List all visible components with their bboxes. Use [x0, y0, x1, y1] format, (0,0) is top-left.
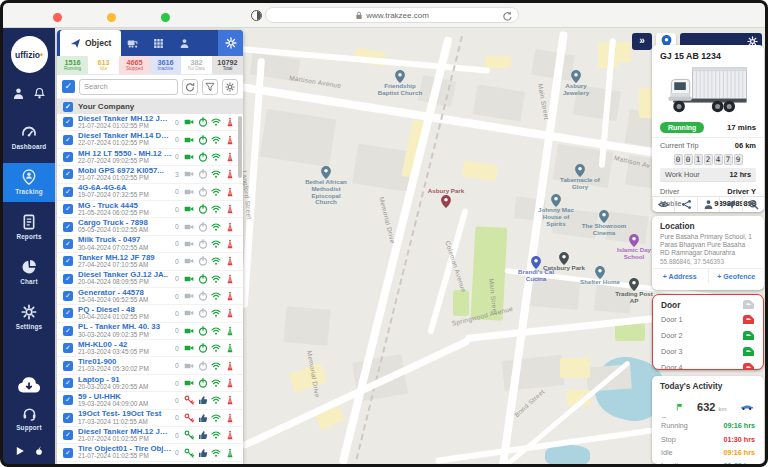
vehicle-checkbox[interactable]	[63, 239, 73, 249]
status-stat[interactable]: 3616 Inactive	[150, 56, 181, 74]
vehicle-checkbox[interactable]	[63, 204, 73, 214]
panel-settings-button[interactable]	[218, 30, 243, 56]
search-input[interactable]	[79, 79, 178, 95]
vehicle-row[interactable]: Mobi GPS 6972 KI057... 21-07-2024 01:02:…	[57, 166, 243, 183]
bell-icon[interactable]	[33, 87, 46, 100]
vehicle-alert-count: 0	[172, 223, 182, 230]
tab-label: Object	[85, 38, 111, 48]
vehicle-checkbox[interactable]	[63, 448, 73, 458]
vehicle-row[interactable]: 59 - UI-HHK 19-03-2024 04:09:00 AM 0	[57, 392, 243, 409]
vehicle-row[interactable]: IC4000 - IC4000 0	[57, 462, 243, 464]
activity-value: 01:30 hrs	[723, 461, 755, 464]
activity-label: Running	[661, 421, 688, 430]
play-store-icon[interactable]	[15, 446, 25, 456]
door-row: Door 1	[653, 311, 763, 327]
navigate-button[interactable]	[719, 197, 741, 212]
tab-object[interactable]: Object	[60, 30, 121, 56]
gear-icon	[225, 37, 237, 49]
tab-driver[interactable]	[173, 30, 199, 56]
collapse-panel-button[interactable]: »	[632, 33, 652, 50]
status-stat[interactable]: 613 Idle	[88, 56, 119, 74]
vehicle-checkbox[interactable]	[63, 308, 73, 318]
cloud-download-icon[interactable]	[17, 376, 41, 394]
vehicle-row[interactable]: MH 12 LT 5550 - MH.12 JF 7... 22-07-2024…	[57, 149, 243, 166]
list-settings-button[interactable]	[222, 79, 238, 95]
driver-button[interactable]	[697, 197, 719, 212]
filter-button[interactable]	[202, 79, 218, 95]
vehicle-checkbox[interactable]	[63, 187, 73, 197]
user-icon[interactable]	[12, 87, 25, 100]
sidebar-item-chart[interactable]: Chart	[3, 253, 55, 292]
window-close-button[interactable]	[53, 13, 62, 22]
status-stat[interactable]: 4665 Stopped	[119, 56, 150, 74]
map-canvas[interactable]: Mattison AvenueMattison AvMemorial Drive…	[55, 28, 765, 464]
view-button[interactable]	[652, 197, 674, 212]
vehicle-checkbox[interactable]	[63, 256, 73, 266]
select-all-checkbox[interactable]	[62, 80, 75, 93]
vehicle-checkbox[interactable]	[63, 274, 73, 284]
company-checkbox[interactable]	[63, 102, 73, 112]
vehicle-row[interactable]: PQ - Diesel - 48 10-04-2024 01:02:55 PM …	[57, 305, 243, 322]
tab-trailer[interactable]	[121, 30, 147, 56]
poi-label: Friendship Baptist Church	[377, 83, 423, 97]
vehicle-checkbox[interactable]	[63, 152, 73, 162]
vehicle-row[interactable]: 4G-6A-4G-6A 19-07-2024 07:32:55 PM 0	[57, 184, 243, 201]
zoom-to-location-button[interactable]	[742, 197, 764, 212]
vehicle-row[interactable]: Tire01-900 21-03-2024 05:30:02 PM 0	[57, 357, 243, 374]
company-group-row[interactable]: Your Company	[57, 99, 243, 114]
add-geofence-button[interactable]: + Geofence	[708, 269, 765, 283]
vehicle-row[interactable]: 19Oct Test- 19Oct Test 17-03-2024 11:02:…	[57, 410, 243, 427]
vehicle-row[interactable]: PL - Tanker MH. 40. 33 30-03-2024 09:02:…	[57, 323, 243, 340]
sidebar-item-settings[interactable]: Settings	[3, 298, 55, 337]
share-button[interactable]	[674, 197, 696, 212]
vehicle-row[interactable]: Tanker MH.12 JF 789 27-04-2024 07:10:55 …	[57, 253, 243, 270]
vehicle-checkbox[interactable]	[63, 378, 73, 388]
vehicle-row[interactable]: Diesel Tanker MH.14 DM... 22-07-2024 01:…	[57, 131, 243, 148]
window-minimize-button[interactable]	[107, 13, 116, 22]
odometer-digit: 9	[734, 154, 743, 165]
status-stat[interactable]: 382 No Data	[181, 56, 212, 74]
window-maximize-button[interactable]	[161, 13, 170, 22]
vehicle-row[interactable]: Milk Truck - 0497 30-04-2024 07:02:55 AM…	[57, 236, 243, 253]
refresh-button[interactable]	[182, 79, 198, 95]
vehicle-checkbox[interactable]	[63, 343, 73, 353]
sidebar-item-dashboard[interactable]: Dashboard	[3, 118, 55, 157]
vehicle-row[interactable]: Generator - 44578 15-04-2024 06:52:55 AM…	[57, 288, 243, 305]
address-bar[interactable]: www.trakzee.com	[265, 7, 519, 23]
vehicle-checkbox[interactable]	[63, 361, 73, 371]
reload-icon[interactable]	[502, 11, 513, 22]
vehicle-row[interactable]: MH-KL00 - 42 21-03-2024 03:45:05 PM 0	[57, 340, 243, 357]
sidebar-item-tracking[interactable]: Tracking	[3, 163, 55, 202]
status-stat[interactable]: 10792 Total	[212, 56, 243, 74]
vehicle-checkbox[interactable]	[63, 326, 73, 336]
vehicle-row[interactable]: Diesel Tanker GJ.12 JA.. 20-04-2024 08:0…	[57, 271, 243, 288]
vehicle-row[interactable]: Laptop - 91 20-03-2024 09:20:55 AM 0	[57, 375, 243, 392]
gps-tower-status-icon	[225, 152, 235, 162]
tab-grid[interactable]	[147, 30, 173, 56]
sidebar-item-support[interactable]: Support	[3, 400, 55, 438]
vehicle-row[interactable]: Diesel Tanker MH.12 JF 7... 21-07-2024 0…	[57, 114, 243, 131]
vehicle-checkbox[interactable]	[63, 395, 73, 405]
vehicle-checkbox[interactable]	[63, 169, 73, 179]
vehicle-row[interactable]: MG - Truck 4445 21-05-2024 06:02:55 PM 0	[57, 201, 243, 218]
list-scrollbar[interactable]	[238, 116, 242, 178]
vehicle-row[interactable]: Tire Object01 - Tire Object... 21-07-202…	[57, 444, 243, 461]
vehicle-checkbox[interactable]	[63, 291, 73, 301]
apple-store-icon[interactable]	[34, 446, 44, 456]
search-row	[57, 75, 243, 99]
vehicle-last-update: 21-07-2024 01:02:55 PM	[78, 436, 172, 443]
vehicle-checkbox[interactable]	[63, 222, 73, 232]
vehicle-checkbox[interactable]	[63, 117, 73, 127]
vehicle-alert-count: 0	[172, 153, 182, 160]
gps-tower-status-icon	[225, 204, 235, 214]
sidebar-item-reports[interactable]: Reports	[3, 208, 55, 247]
vehicle-checkbox[interactable]	[63, 413, 73, 423]
vehicle-checkbox[interactable]	[63, 135, 73, 145]
status-stat[interactable]: 1516 Running	[57, 56, 88, 74]
add-address-button[interactable]: + Address	[652, 269, 708, 283]
vehicle-checkbox[interactable]	[63, 430, 73, 440]
vehicle-alert-count: 0	[172, 397, 182, 404]
vehicle-row[interactable]: Cargo Truck - 7898 05-05-2024 01:02:55 A…	[57, 218, 243, 235]
vehicle-row[interactable]: Diesel Tanker MH.12 JF 7... 21-07-2024 0…	[57, 427, 243, 444]
door-label: Door 4	[661, 363, 683, 371]
